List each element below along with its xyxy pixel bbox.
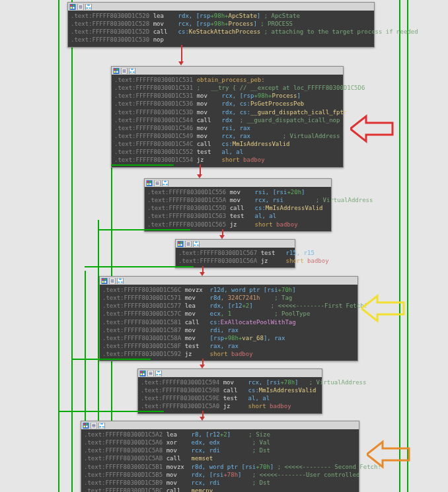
attention-arrow-orange <box>367 439 412 471</box>
tree-icon <box>155 370 162 376</box>
svg-rect-62 <box>119 278 122 279</box>
list-icon <box>121 68 128 74</box>
color-icon-1 <box>83 423 89 429</box>
svg-rect-25 <box>133 71 135 73</box>
svg-rect-80 <box>86 423 88 425</box>
disasm-node-2[interactable]: .text:FFFFF80300D1C531 obtain_process_pe… <box>111 66 344 168</box>
svg-rect-12 <box>89 7 91 9</box>
svg-rect-42 <box>178 244 180 246</box>
svg-rect-68 <box>140 373 142 375</box>
graph-edge <box>85 266 194 267</box>
graph-edge-red <box>181 45 182 63</box>
list-icon <box>77 4 84 10</box>
svg-rect-51 <box>197 244 199 246</box>
node-header <box>145 179 331 187</box>
graph-edge <box>71 0 73 492</box>
color-icon-1 <box>146 180 153 186</box>
svg-rect-82 <box>86 425 88 427</box>
node-header <box>100 277 357 285</box>
disasm-node-3[interactable]: .text:FFFFF80300D1C556 mov rsi, [rsi+20h… <box>144 178 332 232</box>
svg-rect-64 <box>121 281 123 283</box>
graph-edge <box>407 0 408 492</box>
graph-edge <box>98 229 190 230</box>
node-body: .text:FFFFF80300D1C567 test r15, r15 .te… <box>176 248 295 267</box>
disasm-node-1[interactable]: .text:FFFFF80300D1C520 lea rdx, [rsp+98h… <box>67 2 375 48</box>
svg-rect-36 <box>164 180 167 182</box>
attention-arrow-yellow <box>361 293 406 325</box>
svg-rect-28 <box>149 180 151 182</box>
svg-rect-2 <box>73 4 75 6</box>
color-icon-1 <box>69 4 76 10</box>
svg-rect-23 <box>131 68 133 69</box>
svg-rect-10 <box>87 4 90 5</box>
svg-rect-38 <box>166 184 168 185</box>
graph-edge <box>58 0 59 492</box>
graph-edge <box>111 164 174 166</box>
svg-rect-67 <box>143 370 145 372</box>
arrowhead <box>178 61 184 65</box>
svg-rect-63 <box>118 281 120 283</box>
attention-arrow-red <box>350 114 395 145</box>
tree-icon <box>162 180 168 186</box>
svg-rect-40 <box>178 241 180 243</box>
graph-edge <box>399 0 400 492</box>
svg-rect-53 <box>102 278 104 280</box>
list-icon <box>185 241 192 247</box>
node-header <box>81 421 359 429</box>
node-body: .text:FFFFF80300D1C5A2 lea r8, [r12+2] ;… <box>81 429 359 492</box>
svg-rect-24 <box>130 71 131 73</box>
svg-rect-55 <box>102 281 104 283</box>
svg-rect-75 <box>157 370 160 372</box>
tree-icon <box>98 423 105 429</box>
svg-rect-79 <box>83 423 85 425</box>
svg-rect-14 <box>114 68 116 70</box>
svg-rect-15 <box>116 68 118 70</box>
disasm-node-7[interactable]: .text:FFFFF80300D1C5A2 lea r8, [r12+2] ;… <box>81 421 359 492</box>
disasm-node-5[interactable]: .text:FFFFF80300D1C56C movzx r12d, word … <box>99 276 358 361</box>
node-header <box>138 369 322 377</box>
node-header <box>176 240 295 248</box>
tree-icon <box>117 278 124 284</box>
svg-rect-11 <box>86 7 88 9</box>
svg-rect-3 <box>70 7 72 9</box>
svg-rect-17 <box>116 71 118 73</box>
svg-rect-50 <box>194 244 196 246</box>
svg-rect-90 <box>102 426 104 427</box>
color-icon-1 <box>177 241 184 247</box>
graph-edge <box>71 359 151 360</box>
svg-rect-41 <box>180 241 182 243</box>
disasm-node-6[interactable]: .text:FFFFF80300D1C594 mov rcx, [rsi+78h… <box>137 369 322 414</box>
svg-rect-43 <box>180 244 182 246</box>
svg-rect-66 <box>140 370 142 372</box>
svg-rect-81 <box>83 425 85 427</box>
svg-rect-77 <box>159 374 161 375</box>
list-icon <box>91 423 97 429</box>
color-icon-1 <box>139 370 146 376</box>
svg-rect-49 <box>195 241 198 242</box>
svg-rect-27 <box>147 180 149 182</box>
svg-rect-69 <box>143 373 145 375</box>
svg-rect-16 <box>114 71 116 73</box>
color-icon-1 <box>113 68 120 74</box>
disasm-node-4[interactable]: .text:FFFFF80300D1C567 test r15, r15 .te… <box>175 239 295 268</box>
list-icon <box>147 370 154 376</box>
svg-rect-4 <box>73 7 75 9</box>
list-icon <box>154 180 161 186</box>
color-icon-1 <box>101 278 108 284</box>
svg-rect-56 <box>104 281 106 283</box>
node-body: .text:FFFFF80300D1C520 lea rdx, [rsp+98h… <box>68 11 374 47</box>
svg-rect-88 <box>100 423 103 424</box>
tree-icon <box>193 241 200 247</box>
svg-rect-29 <box>147 183 149 185</box>
node-body: .text:FFFFF80300D1C556 mov rsi, [rsi+20h… <box>145 187 331 231</box>
graph-edge <box>58 411 164 412</box>
svg-rect-37 <box>163 184 165 185</box>
list-icon <box>109 278 116 284</box>
tree-icon <box>85 4 92 10</box>
node-body: .text:FFFFF80300D1C56C movzx r12d, word … <box>100 285 357 361</box>
svg-rect-89 <box>99 426 101 427</box>
tree-icon <box>129 68 135 74</box>
node-body: .text:FFFFF80300D1C531 obtain_process_pe… <box>112 75 343 167</box>
svg-rect-54 <box>104 278 106 280</box>
svg-rect-76 <box>156 374 158 375</box>
